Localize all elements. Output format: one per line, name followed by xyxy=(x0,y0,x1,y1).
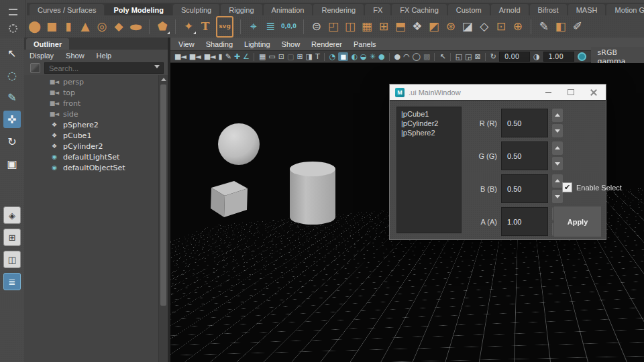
grid-toggle-icon[interactable]: ▦ xyxy=(259,53,265,60)
outliner-scrollbar[interactable] xyxy=(158,75,168,362)
layout-two-pane[interactable]: ◫ xyxy=(3,251,21,268)
outliner-menu-help[interactable]: Help xyxy=(97,52,112,60)
shelf-tab-sculpting[interactable]: Sculpting xyxy=(173,4,219,15)
shaded-mode-icon[interactable]: ◼ xyxy=(338,52,347,61)
quad-draw-icon[interactable]: ◧ xyxy=(555,19,567,35)
spin-down-button[interactable] xyxy=(552,157,563,170)
value-input[interactable]: 1.00 xyxy=(501,207,548,236)
shelf-tab-poly-modeling[interactable]: Poly Modeling xyxy=(105,4,172,15)
circularize-icon[interactable]: ⊛ xyxy=(445,19,457,35)
vp-menu-show[interactable]: Show xyxy=(282,40,301,48)
layout-outliner-persp[interactable]: ≣ xyxy=(3,273,21,290)
poly-cylinder-icon[interactable]: ▮ xyxy=(62,19,74,35)
outliner-menu-show[interactable]: Show xyxy=(66,52,85,60)
outliner-item-persp[interactable]: ■◄ persp xyxy=(24,76,159,87)
film-gate-icon[interactable]: ▭ xyxy=(268,53,274,60)
extrude-icon[interactable]: ⬒ xyxy=(394,19,407,35)
fold-icon[interactable]: ◪ xyxy=(462,19,474,35)
vp-menu-panels[interactable]: Panels xyxy=(354,40,376,48)
flatten-icon[interactable]: ◇ xyxy=(478,19,490,35)
bookmark-icon[interactable]: ▮ xyxy=(219,53,222,60)
boolean-icon[interactable]: ◰ xyxy=(327,19,339,35)
resolution-gate-icon[interactable]: ⊡ xyxy=(278,53,284,60)
scroll-up-icon[interactable] xyxy=(159,75,168,83)
isolate-select-icon[interactable]: ↖ xyxy=(439,53,445,60)
poly-disc-icon[interactable]: ⬤ xyxy=(129,23,142,31)
select-tool[interactable]: ↖ xyxy=(3,44,21,62)
outliner-tab[interactable]: Outliner xyxy=(26,38,69,50)
dof-icon[interactable]: ◯ xyxy=(413,53,420,60)
poly-torus-icon[interactable]: ◎ xyxy=(96,19,108,35)
camera-icon[interactable]: ■◄ xyxy=(174,53,186,60)
outliner-menu-display[interactable]: Display xyxy=(30,52,54,60)
vp-menu-shading[interactable]: Shading xyxy=(206,40,233,48)
xray-joints-icon[interactable]: ◲ xyxy=(465,53,471,60)
shelf-tab-custom[interactable]: Custom xyxy=(448,4,490,15)
shelf-gear-icon[interactable] xyxy=(9,24,17,33)
remesh-icon[interactable]: ▦ xyxy=(361,19,373,35)
mirror-icon[interactable]: ◫ xyxy=(344,19,356,35)
shelf-tab-fx-caching[interactable]: FX Caching xyxy=(392,4,446,15)
outliner-item-pcylinder2[interactable]: ❖ pCylinder2 xyxy=(24,141,159,152)
crease-tool-icon[interactable]: ✎ xyxy=(538,19,550,35)
snap-icon[interactable]: ✚ xyxy=(234,53,239,60)
shelf-tab-arnold[interactable]: Arnold xyxy=(491,4,529,15)
minimize-button[interactable] xyxy=(539,86,557,98)
wireframe-icon[interactable]: ◔ xyxy=(329,53,335,60)
shelf-tab-mash[interactable]: MASH xyxy=(568,4,606,15)
move-tool[interactable]: ✜ xyxy=(3,111,21,128)
vp-menu-view[interactable]: View xyxy=(178,40,195,48)
bridge-icon[interactable]: ◩ xyxy=(428,19,440,35)
poly-cube-icon[interactable]: ■ xyxy=(46,19,58,35)
safe-action-icon[interactable]: ◨ xyxy=(306,53,312,60)
type-tool-icon[interactable]: T xyxy=(199,19,211,35)
xray-icon[interactable]: ◱ xyxy=(455,53,462,60)
outliner-item-defaultlightset[interactable]: ◉ defaultLightSet xyxy=(24,152,159,162)
selection-highlight-icon[interactable]: ⊠ xyxy=(475,53,480,60)
shelf-menu-icon[interactable] xyxy=(9,9,17,15)
lasso-select-tool[interactable]: ◌ xyxy=(3,66,21,84)
paint-select-tool[interactable]: ✎ xyxy=(3,88,21,106)
camera-attributes-icon[interactable]: ■◄ xyxy=(204,53,215,60)
gamma-field[interactable]: 1.00 xyxy=(543,52,574,62)
vp-menu-renderer[interactable]: Renderer xyxy=(311,40,342,48)
super-shape-icon[interactable]: ✦ xyxy=(182,19,195,35)
spin-up-button[interactable] xyxy=(552,174,563,188)
shelf-tab-motion-graphics[interactable]: Motion Graphics xyxy=(606,4,644,15)
apply-button[interactable]: Apply xyxy=(553,206,602,237)
multi-cut-icon[interactable]: ✐ xyxy=(572,19,584,35)
materials-icon[interactable]: ◒ xyxy=(360,53,366,60)
spin-down-button[interactable] xyxy=(552,190,563,203)
scale-tool[interactable]: ▣ xyxy=(3,155,21,172)
vp-menu-lighting[interactable]: Lighting xyxy=(244,40,270,48)
color-management-icon[interactable] xyxy=(578,52,586,61)
shelf-tab-curves-surfaces[interactable]: Curves / Surfaces xyxy=(30,4,104,15)
maximize-button[interactable] xyxy=(561,86,580,98)
motion-blur-icon[interactable]: ◠ xyxy=(403,53,409,60)
shelf-tab-animation[interactable]: Animation xyxy=(264,4,313,15)
outliner-item-pcube1[interactable]: ❖ pCube1 xyxy=(24,130,159,141)
layout-four-pane[interactable]: ⊞ xyxy=(3,229,21,246)
dialog-titlebar[interactable]: M .ui MainWindow xyxy=(390,84,606,100)
sweep-mesh-icon[interactable]: ⊜ xyxy=(311,19,323,35)
scrollbar-thumb[interactable] xyxy=(160,84,166,306)
poly-plane-icon[interactable]: ◆ xyxy=(113,19,125,35)
search-dropdown-icon[interactable] xyxy=(154,65,160,68)
gate-mask-icon[interactable]: ▢ xyxy=(287,53,293,60)
frame-icon[interactable]: ⊡ xyxy=(495,19,507,35)
value-input[interactable]: 0.50 xyxy=(501,141,548,170)
camera-lock-icon[interactable]: ■◄ xyxy=(189,53,201,60)
plate-icon[interactable]: ▩ xyxy=(423,53,429,60)
lights-icon[interactable]: ✳ xyxy=(370,53,375,60)
angle-snap-icon[interactable]: ∠ xyxy=(243,53,249,60)
textured-icon[interactable]: ◐ xyxy=(352,53,358,60)
shelf-tab-bifrost[interactable]: Bifrost xyxy=(530,4,567,15)
shelf-tab-rendering[interactable]: Rendering xyxy=(313,4,364,15)
outliner-search-input[interactable] xyxy=(44,62,164,74)
spin-up-button[interactable] xyxy=(552,109,563,122)
retopologize-icon[interactable]: ⊞ xyxy=(378,19,390,35)
bevel-icon[interactable]: ❖ xyxy=(411,19,423,35)
construction-plane-icon[interactable]: ⌖ xyxy=(248,19,260,35)
enable-select-checkbox[interactable]: ✔ Enable Select xyxy=(562,182,622,192)
outliner-item-side[interactable]: ■◄ side xyxy=(24,109,159,119)
